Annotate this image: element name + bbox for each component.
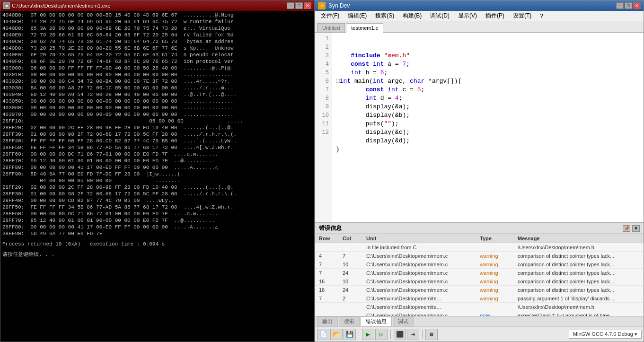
error-table-header-cell: Row (317, 236, 341, 241)
error-table-row[interactable]: 724C:\Users\xlnx\Desktop\mem\mem.cwarnin… (315, 269, 644, 277)
error-table-cell: C:\Users\xlnx\Desktop\mem\mem.c (364, 270, 478, 276)
error-table-row[interactable]: 710C:\Users\xlnx\Desktop\mem\mem.cwarnin… (315, 260, 644, 269)
error-table-row[interactable]: In file included from C\Users\xlnx\Deskt… (315, 243, 644, 252)
error-table-cell: C:\Users\xlnx\Desktop\mem\mem.c (364, 279, 478, 284)
error-table-cell: 10 (341, 279, 364, 284)
toolbar-next-button[interactable]: ⇥ (407, 329, 419, 340)
ide-tab[interactable]: testmem1.c (346, 23, 383, 33)
line-number: 9 (315, 103, 332, 111)
line-number: 12 (315, 128, 332, 137)
ide-minimize-button[interactable]: − (616, 2, 624, 9)
menu-item[interactable]: 设置(T) (509, 11, 535, 21)
line-number: 5 (315, 69, 332, 77)
terminal-line: 28FF30: 01 00 00 00 98 2F 72 00-68 17 72… (2, 191, 312, 197)
error-table-header-cell: Type (478, 236, 516, 241)
toolbar-step-button[interactable]: ⬛ (394, 329, 406, 340)
error-table-cell: C:\Users\xlnx\Desktop\mem\mem.c (364, 313, 478, 316)
error-table-header: RowColUnitTypeMessage (315, 234, 644, 243)
code-line: #include "mem.h" (336, 52, 640, 60)
menu-item[interactable]: 编辑(E) (344, 11, 371, 21)
error-subtab[interactable]: 输出 (317, 316, 338, 326)
terminal-content: 4040B0: 07 00 00 00 00 00 00 00-B0 15 40… (0, 11, 314, 342)
code-line: int d = 4; (336, 94, 640, 103)
terminal-minimize-button[interactable]: − (287, 2, 294, 9)
error-table-cell: 2 (341, 296, 364, 301)
error-table-row[interactable]: 72C:\Users\xlnx\Desktop\mem\te...warning… (315, 294, 644, 303)
error-table-cell: 7 (341, 253, 364, 259)
error-subtab[interactable]: 错误信息 (361, 316, 392, 326)
toolbar-separator-2 (390, 330, 391, 339)
error-panel-close-button[interactable]: ✕ (632, 225, 640, 232)
error-table-cell: 16 (317, 287, 341, 293)
ide-titlebar: ⚡ Syn Dev − □ ✕ (315, 0, 644, 11)
error-table-row[interactable]: 1610C:\Users\xlnx\Desktop\mem\mem.cwarni… (315, 277, 644, 286)
toolbar-run-button[interactable]: ▶ (362, 329, 374, 340)
menu-item[interactable]: ? (536, 12, 547, 20)
line-number: 1 (315, 35, 332, 43)
terminal-line: 28FF40: FF FF FF FF 60 FF 28 00-CD B2 87… (2, 138, 312, 144)
terminal-line: 4040E0: 6E 20 70 73 65 75 64 6F-20 72 65… (2, 52, 312, 58)
terminal-line: 4040F0: 69 6F 6E 20 70 72 6F 74-6F 63 6F… (2, 58, 312, 65)
toolbar-settings-button[interactable]: ⚙ (425, 329, 438, 340)
error-subtab[interactable]: 调试 (393, 316, 414, 326)
code-line: const int a = 7; (336, 60, 640, 69)
terminal-window: ■ C:\Users\xlnx\Desktop\mem\testmem1.exe… (0, 0, 315, 342)
terminal-line: 403010: 00 00 00 00 00 00 00 00-00 00 00… (2, 71, 312, 78)
terminal-line: 403050: 00 00 00 00 00 00 00 00-00 00 00… (2, 98, 312, 105)
terminal-line: 28FF70: 95 12 40 00 01 00 01 00-00 00 00… (2, 217, 312, 224)
terminal-line: 28FF40: 00 00 00 00 CD B2 87 77 4C 79 B5… (2, 197, 312, 204)
code-line: display(&b); (336, 111, 640, 120)
ide-tabs: Untitledtestmem1.c (315, 21, 644, 33)
menu-item[interactable]: 插件(P) (482, 11, 508, 21)
error-table-cell: C:\Users\xlnx\Desktop\mem\te... (364, 296, 478, 301)
terminal-maximize-button[interactable]: □ (295, 2, 303, 9)
error-table-row[interactable]: 1624C:\Users\xlnx\Desktop\mem\mem.cwarni… (315, 286, 644, 294)
error-table-cell: warning (478, 270, 516, 276)
terminal-line: 28FF70: 95 12 40 00 01 00 01 00-00 00 00… (2, 158, 312, 164)
terminal-line: 4040C0: 77 20 72 75 6E 74 69 6D-65 20 66… (2, 18, 312, 25)
terminal-line: 28FF50: FE FF FF FF 34 5B 86 77-AD 5A 86… (2, 204, 312, 210)
ide-toolbar: 📄 📂 💾 ▶ ▷ ⬛ ⇥ ⚙ MinGW GCC 4.7.0 Debug ▾ (315, 326, 644, 342)
terminal-controls: − □ ✕ (287, 2, 311, 9)
error-table-row[interactable]: C:\Users\xlnx\Desktop\mem\mem.cnoteexpec… (315, 311, 644, 316)
error-table-row[interactable]: C:\Users\xlnx\Desktop\mem\te...\Users\xl… (315, 303, 644, 311)
toolbar-save-button[interactable]: 💾 (344, 329, 356, 340)
toolbar-new-button[interactable]: 📄 (317, 329, 329, 340)
compiler-selector[interactable]: MinGW GCC 4.7.0 Debug ▾ (569, 330, 642, 339)
error-table-row[interactable]: 47C:\Users\xlnx\Desktop\mem\mem.cwarning… (315, 252, 644, 260)
error-panel-title: 错误信息 (319, 224, 342, 232)
terminal-line: 403030: BA 00 00 00 A8 2F 72 00-1C 05 00… (2, 85, 312, 91)
error-table-body: In file included from C\Users\xlnx\Deskt… (315, 243, 644, 316)
ide-title: Syn Dev (328, 2, 350, 9)
code-editor[interactable]: #include "mem.h" const int a = 7; int b … (332, 33, 644, 222)
error-subtab[interactable]: 搜索 (339, 316, 360, 326)
line-number: 8 (315, 94, 332, 103)
terminal-line: 28FF20: 02 00 00 00 2C FF 28 00-98 FF 28… (2, 124, 312, 131)
terminal-line: 403040: E0 12 40 00 A9 54 72 00-28 00 00… (2, 91, 312, 98)
error-table-cell: C:\Users\xlnx\Desktop\mem\te... (364, 304, 478, 310)
line-number: 10 (315, 111, 332, 120)
toolbar-open-button[interactable]: 📂 (330, 329, 343, 340)
error-table-cell: C:\Users\xlnx\Desktop\mem\mem.c (364, 287, 478, 293)
ide-close-button[interactable]: ✕ (633, 2, 641, 9)
menu-item[interactable]: 显示(V) (454, 11, 481, 21)
error-panel: 错误信息 📌 ✕ RowColUnitTypeMessage In file i… (315, 222, 644, 326)
terminal-line: 28FF80: 00 00 00 00 80 41 17 00-E0 FF FF… (2, 164, 312, 171)
ide-tab[interactable]: Untitled (317, 23, 345, 32)
terminal-close-button[interactable]: ✕ (304, 2, 311, 9)
ide-maximize-button[interactable]: □ (625, 2, 632, 9)
terminal-line: 403070: 00 00 00 00 00 00 00 00-00 00 00… (2, 111, 312, 118)
toolbar-run-debug-button[interactable]: ▷ (375, 329, 388, 340)
menu-item[interactable]: 文件(F) (317, 11, 343, 21)
menu-item[interactable]: 构建(B) (399, 11, 425, 21)
ide-controls: − □ ✕ (616, 2, 641, 9)
menu-item[interactable]: 调试(D) (426, 11, 453, 21)
error-panel-pin-button[interactable]: 📌 (623, 225, 630, 232)
error-subtabs: 输出搜索错误信息调试 (315, 316, 644, 326)
menu-item[interactable]: 搜索(S) (371, 11, 398, 21)
line-number: 6 (315, 77, 332, 86)
error-table-header-cell: Message (516, 236, 642, 241)
toolbar-separator-3 (422, 330, 423, 339)
code-line: □int main(int argc, char *argv[]){ (336, 77, 640, 86)
error-table-cell: warning (478, 279, 516, 284)
